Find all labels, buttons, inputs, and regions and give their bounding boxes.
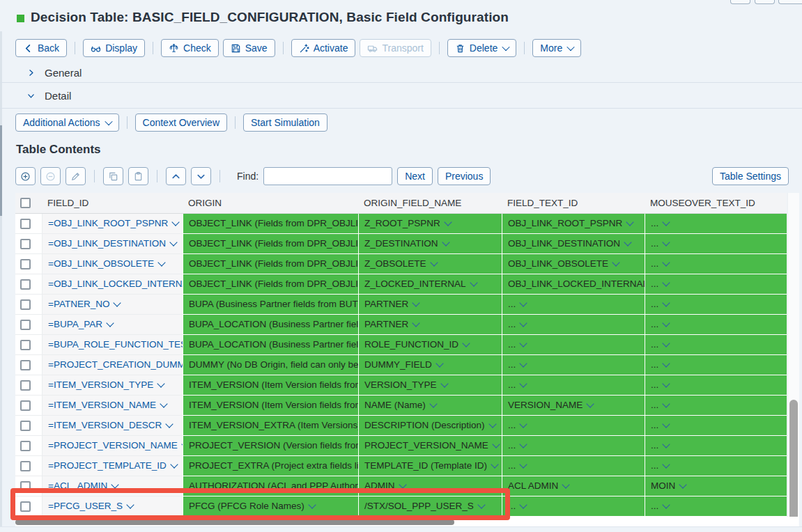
row-checkbox[interactable] xyxy=(20,219,31,229)
add-row-button[interactable] xyxy=(15,167,36,185)
cell-field-text-id[interactable]: ... xyxy=(502,315,645,335)
row-checkbox[interactable] xyxy=(20,400,31,411)
row-checkbox[interactable] xyxy=(20,239,31,249)
cell-origin-field-name[interactable]: Z_OBSOLETE xyxy=(358,254,502,274)
row-checkbox[interactable] xyxy=(20,380,31,391)
start-simulation-button[interactable]: Start Simulation xyxy=(243,114,327,132)
cell-mouseover-text-id[interactable]: ... xyxy=(645,274,787,295)
select-all-checkbox[interactable] xyxy=(20,198,31,208)
cell-mouseover-text-id[interactable]: ... xyxy=(645,496,787,517)
remove-row-button[interactable] xyxy=(40,167,61,185)
cell-mouseover-text-id[interactable]: ... xyxy=(645,416,787,436)
cell-origin-field-name[interactable]: VERSION_TYPE xyxy=(358,375,502,396)
cell-field-text-id[interactable]: OBJ_LINK_DESTINATION xyxy=(502,234,645,254)
cell-field-id[interactable]: =PATNER_NO xyxy=(42,295,183,315)
table-vertical-scrollbar-thumb[interactable] xyxy=(789,400,798,522)
column-header-field-text-id[interactable]: FIELD_TEXT_ID xyxy=(502,193,645,214)
column-header-mouseover-text-id[interactable]: MOUSEOVER_TEXT_ID xyxy=(645,193,787,214)
cell-origin-field-name[interactable]: DESCRIPTION (Description) xyxy=(358,416,502,436)
more-button[interactable]: More xyxy=(532,39,581,57)
context-overview-button[interactable]: Context Overview xyxy=(135,114,227,132)
cell-origin-field-name[interactable]: ROLE_FUNCTION_ID xyxy=(358,335,502,355)
row-checkbox[interactable] xyxy=(20,441,31,451)
row-checkbox[interactable] xyxy=(20,340,31,350)
table-horizontal-scrollbar[interactable] xyxy=(15,517,799,526)
cell-field-text-id[interactable]: ... xyxy=(502,416,645,436)
partial-button[interactable] xyxy=(778,0,802,4)
cell-origin[interactable]: PROJECT_EXTRA (Project extra fields like… xyxy=(183,456,358,476)
cell-origin[interactable]: ITEM_VERSION (Item Version fields from) xyxy=(183,396,358,416)
table-horizontal-scrollbar-thumb[interactable] xyxy=(15,519,454,525)
cell-origin[interactable]: BUPA_LOCATION (Business Partner fields) xyxy=(183,335,358,355)
cell-mouseover-text-id[interactable]: ... xyxy=(645,355,787,375)
find-next-button[interactable]: Next xyxy=(397,167,433,185)
row-checkbox[interactable] xyxy=(20,481,31,492)
transport-button[interactable]: Transport xyxy=(360,39,431,57)
window-left-scrollbar-thumb[interactable] xyxy=(0,125,2,216)
cell-mouseover-text-id[interactable]: ... xyxy=(645,295,787,315)
cell-mouseover-text-id[interactable]: ... xyxy=(645,335,787,355)
cell-origin-field-name[interactable]: PARTNER xyxy=(358,295,502,315)
cell-origin-field-name[interactable]: PROJECT_VERSION_NAME xyxy=(358,436,502,456)
cell-field-id[interactable]: =ACL_ADMIN xyxy=(42,476,183,496)
cell-mouseover-text-id[interactable]: ... xyxy=(645,315,787,335)
cell-field-text-id[interactable]: ACL ADMIN xyxy=(502,476,645,496)
cell-field-id[interactable]: =OBJ_LINK_OBSOLETE xyxy=(42,254,183,274)
move-up-button[interactable] xyxy=(166,167,186,185)
cell-origin-field-name[interactable]: DUMMY_FIELD xyxy=(358,355,502,375)
cell-field-text-id[interactable]: ... xyxy=(502,496,645,517)
cell-field-id[interactable]: =PROJECT_CREATION_DUMMY xyxy=(42,355,183,375)
cell-field-id[interactable]: =ITEM_VERSION_DESCR xyxy=(42,416,183,436)
cell-mouseover-text-id[interactable]: ... xyxy=(645,234,787,254)
cell-mouseover-text-id[interactable]: ... xyxy=(645,436,787,456)
cell-field-text-id[interactable]: OBJ_LINK_LOCKED_INTERNAL xyxy=(502,274,645,295)
cell-origin[interactable]: ITEM_VERSION (Item Version fields from) xyxy=(183,375,358,396)
cell-field-id[interactable]: =OBJ_LINK_ROOT_PSPNR xyxy=(42,214,183,234)
check-button[interactable]: Check xyxy=(161,39,219,57)
cell-origin-field-name[interactable]: Z_LOCKED_INTERNAL xyxy=(358,274,502,295)
find-input[interactable] xyxy=(263,167,392,185)
copy-row-button[interactable] xyxy=(103,167,123,185)
cell-mouseover-text-id[interactable]: ... xyxy=(645,375,787,396)
row-checkbox[interactable] xyxy=(20,360,31,370)
cell-field-text-id[interactable]: ... xyxy=(502,375,645,396)
cell-field-id[interactable]: =OBJ_LINK_LOCKED_INTERNAL xyxy=(42,274,183,295)
cell-field-id[interactable]: =PFCG_USER_S xyxy=(42,496,183,517)
display-button[interactable]: Display xyxy=(83,39,145,57)
paste-row-button[interactable] xyxy=(128,167,148,185)
cell-origin-field-name[interactable]: NAME (Name) xyxy=(358,396,502,416)
cell-origin-field-name[interactable]: PARTNER xyxy=(358,315,502,335)
cell-field-id[interactable]: =ITEM_VERSION_TYPE xyxy=(42,375,183,396)
cell-origin[interactable]: PROJECT_VERSION (Version fields from) xyxy=(183,436,358,456)
cell-field-text-id[interactable]: ... xyxy=(502,456,645,476)
find-previous-button[interactable]: Previous xyxy=(438,167,491,185)
cell-origin[interactable]: BUPA (Business Partner fields from BUT00… xyxy=(183,295,358,315)
cell-origin[interactable]: BUPA_LOCATION (Business Partner fields) xyxy=(183,315,358,335)
delete-button[interactable]: Delete xyxy=(447,39,516,57)
cell-origin-field-name[interactable]: TEMPLATE_ID (Template ID) xyxy=(358,456,502,476)
table-vertical-scrollbar[interactable] xyxy=(787,193,799,526)
table-settings-button[interactable]: Table Settings xyxy=(712,167,789,185)
cell-origin[interactable]: PFCG (PFCG Role Names) xyxy=(183,496,358,517)
cell-origin[interactable]: OBJECT_LINK (Fields from DPR_OBJLINK) xyxy=(183,254,358,274)
row-checkbox[interactable] xyxy=(20,421,31,431)
activate-button[interactable]: Activate xyxy=(291,39,356,57)
cell-origin-field-name[interactable]: Z_ROOT_PSPNR xyxy=(358,214,502,234)
row-checkbox[interactable] xyxy=(20,299,31,310)
cell-field-id[interactable]: =PROJECT_TEMPLATE_ID xyxy=(42,456,183,476)
cell-mouseover-text-id[interactable]: ... xyxy=(645,396,787,416)
partial-button[interactable] xyxy=(730,0,750,4)
cell-origin[interactable]: OBJECT_LINK (Fields from DPR_OBJLINK) xyxy=(183,214,358,234)
column-header-origin-field-name[interactable]: ORIGIN_FIELD_NAME xyxy=(358,193,502,214)
cell-field-id[interactable]: =BUPA_ROLE_FUNCTION_TEST xyxy=(42,335,183,355)
cell-field-text-id[interactable]: ... xyxy=(502,436,645,456)
edit-row-button[interactable] xyxy=(65,167,86,185)
cell-origin[interactable]: OBJECT_LINK (Fields from DPR_OBJLINK) xyxy=(183,234,358,254)
row-checkbox[interactable] xyxy=(20,501,31,512)
cell-mouseover-text-id[interactable]: MOIN xyxy=(645,476,787,496)
cell-origin[interactable]: ITEM_VERSION_EXTRA (Item Versions) xyxy=(183,416,358,436)
cell-origin-field-name[interactable]: /STX/SOL_PPP_USER_S xyxy=(358,496,502,517)
save-button[interactable]: Save xyxy=(223,39,275,57)
cell-field-text-id[interactable]: OBJ_LINK_OBSOLETE xyxy=(502,254,645,274)
cell-origin-field-name[interactable]: ADMIN xyxy=(358,476,502,496)
